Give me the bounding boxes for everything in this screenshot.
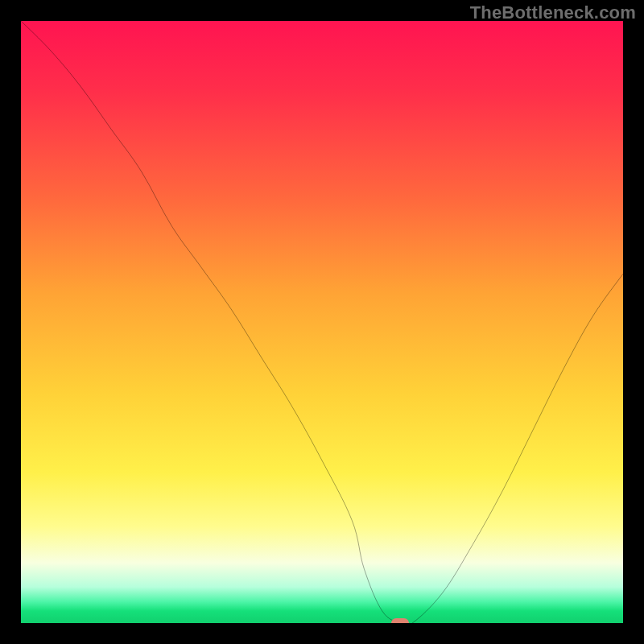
bottleneck-curve bbox=[21, 21, 623, 623]
plot-area bbox=[21, 21, 623, 623]
chart-stage: TheBottleneck.com bbox=[0, 0, 644, 644]
optimal-point-marker bbox=[391, 618, 409, 623]
